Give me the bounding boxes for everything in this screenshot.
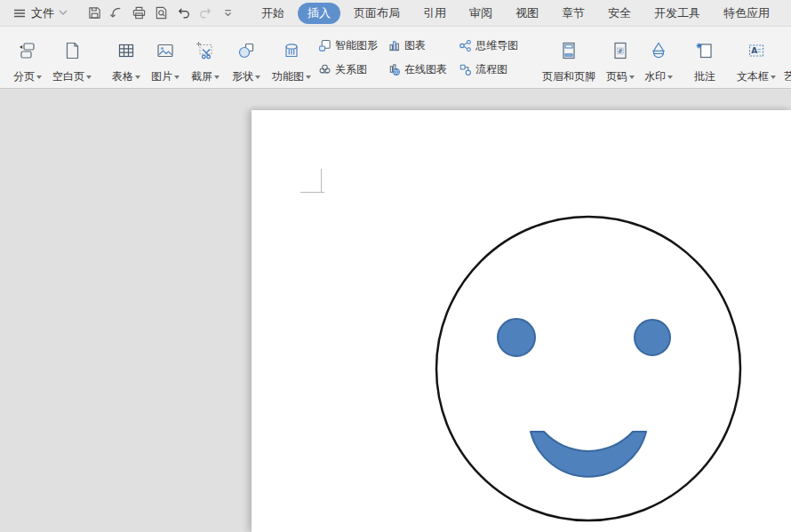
mind-map-icon [459, 39, 472, 52]
tab-developer-tools[interactable]: 开发工具 [644, 3, 710, 24]
page-number-icon: # [611, 41, 630, 60]
ribbon-item-shapes[interactable]: 形状 [226, 27, 267, 88]
online-chart-icon [388, 63, 401, 76]
tab-page-layout[interactable]: 页面布局 [344, 3, 410, 24]
menu-tab-bar: 文件 [0, 0, 791, 27]
dropdown-caret [306, 75, 311, 79]
print-button[interactable] [128, 3, 150, 24]
ribbon-item-label: 图片 [151, 70, 172, 83]
save-button[interactable] [84, 3, 106, 24]
ribbon-item-table[interactable]: 表格 [107, 27, 146, 88]
ribbon-item-label: 表格 [112, 70, 133, 83]
relationship-diagram-icon [318, 63, 332, 76]
function-diagram-icon [282, 41, 301, 60]
dropdown-caret [667, 75, 673, 79]
smiley-right-eye[interactable] [635, 320, 670, 355]
ribbon-item-online-chart[interactable]: 在线图表 [388, 62, 459, 77]
ribbon-item-label: 截屏 [191, 70, 212, 83]
redo-icon [198, 5, 213, 20]
tab-references[interactable]: 引用 [413, 3, 456, 24]
ribbon-item-picture[interactable]: 图片 [146, 27, 185, 88]
dropdown-caret [214, 75, 220, 79]
ribbon-item-comment[interactable]: 批注 [688, 27, 722, 88]
ribbon-item-label: 批注 [694, 70, 715, 83]
ribbon-item-mind-map[interactable]: 思维导图 [459, 38, 524, 53]
tab-insert[interactable]: 插入 [298, 3, 340, 24]
ribbon-item-smart-art[interactable]: 智能图形 [318, 38, 388, 53]
ribbon-stacked-group: 智能图形 关系图 [318, 27, 524, 88]
watermark-icon [649, 41, 668, 60]
chevron-down-icon [59, 10, 68, 16]
export-icon [109, 5, 124, 20]
svg-text:A: A [751, 46, 757, 55]
shapes-icon [236, 41, 256, 60]
tab-security[interactable]: 安全 [598, 3, 641, 24]
ribbon-item-relationship-diagram[interactable]: 关系图 [318, 62, 388, 77]
file-menu-button[interactable]: 文件 [12, 5, 68, 21]
smiley-left-eye[interactable] [498, 319, 535, 356]
dropdown-caret [255, 75, 260, 79]
tab-document-assistant[interactable]: 文档助手 [783, 3, 791, 24]
quick-access-toolbar [84, 3, 239, 24]
ribbon-item-function-diagram[interactable]: 功能图 [267, 27, 316, 88]
tab-review[interactable]: 审阅 [459, 3, 502, 24]
undo-icon [176, 5, 191, 20]
print-preview-button[interactable] [150, 3, 172, 24]
ribbon-item-flowchart[interactable]: 流程图 [459, 62, 524, 77]
ribbon-item-label: 分页 [13, 70, 35, 83]
svg-text:#: # [618, 46, 623, 54]
ribbon-item-label: 思维导图 [475, 38, 518, 53]
ribbon-item-label: 空白页 [52, 70, 84, 83]
ribbon-item-label: 功能图 [272, 70, 304, 83]
ribbon-item-page-number[interactable]: # 页码 [601, 27, 640, 88]
ribbon-item-label: 页眉和页脚 [542, 70, 595, 83]
ribbon-item-label: 图表 [404, 38, 426, 53]
ribbon-item-label: 形状 [232, 70, 253, 83]
smiley-face-drawing[interactable] [252, 110, 791, 532]
ribbon-item-word-art[interactable]: A 艺术字 [780, 27, 791, 88]
dropdown-caret [629, 75, 635, 79]
smart-art-icon [318, 39, 332, 52]
screenshot-icon [196, 41, 215, 60]
file-menu-label: 文件 [31, 5, 54, 21]
ribbon-item-text-box[interactable]: A 文本框 [732, 27, 780, 88]
ribbon-item-page-break[interactable]: 分页 [7, 27, 48, 88]
dropdown-caret [36, 75, 42, 79]
print-icon [132, 5, 147, 20]
hamburger-menu-icon [12, 6, 27, 20]
tab-home[interactable]: 开始 [252, 3, 294, 24]
toolbar-options-button[interactable] [217, 3, 239, 24]
ribbon-item-label: 关系图 [335, 62, 367, 77]
ribbon-item-header-footer[interactable]: 页眉和页脚 [537, 27, 601, 88]
picture-icon [156, 41, 175, 60]
dropdown-caret [771, 75, 776, 79]
export-button[interactable] [106, 3, 128, 24]
undo-button[interactable] [172, 3, 195, 24]
print-preview-icon [154, 5, 169, 20]
wps-writer-window: 文件 [0, 0, 791, 532]
ribbon-item-label: 智能图形 [335, 38, 378, 53]
blank-page-icon [62, 41, 82, 60]
text-box-icon: A [747, 41, 766, 60]
ribbon-item-label: 在线图表 [404, 62, 447, 77]
ribbon-item-watermark[interactable]: 水印 [640, 27, 677, 88]
dropdown-caret [135, 75, 140, 79]
ribbon-item-label: 艺术字 [784, 70, 791, 83]
ribbon-item-label: 流程图 [475, 62, 507, 77]
comment-icon [695, 41, 715, 60]
tab-section[interactable]: 章节 [552, 3, 595, 24]
ribbon-item-blank-page[interactable]: 空白页 [48, 27, 96, 88]
tab-special-apps[interactable]: 特色应用 [714, 3, 779, 24]
tab-view[interactable]: 视图 [506, 3, 548, 24]
chart-icon [388, 39, 401, 52]
dropdown-caret [86, 75, 92, 79]
document-page[interactable] [252, 110, 791, 532]
dropdown-caret [174, 75, 180, 79]
header-footer-icon [559, 41, 579, 60]
flowchart-icon [459, 63, 472, 76]
ribbon-item-chart[interactable]: 图表 [388, 38, 459, 53]
toolbar-options-icon [221, 6, 235, 20]
ribbon-tabs: 开始 插入 页面布局 引用 审阅 视图 章节 安全 开发工具 特色应用 文档助手 [250, 3, 791, 24]
redo-button[interactable] [195, 3, 217, 24]
ribbon-item-screenshot[interactable]: 截屏 [185, 27, 226, 88]
